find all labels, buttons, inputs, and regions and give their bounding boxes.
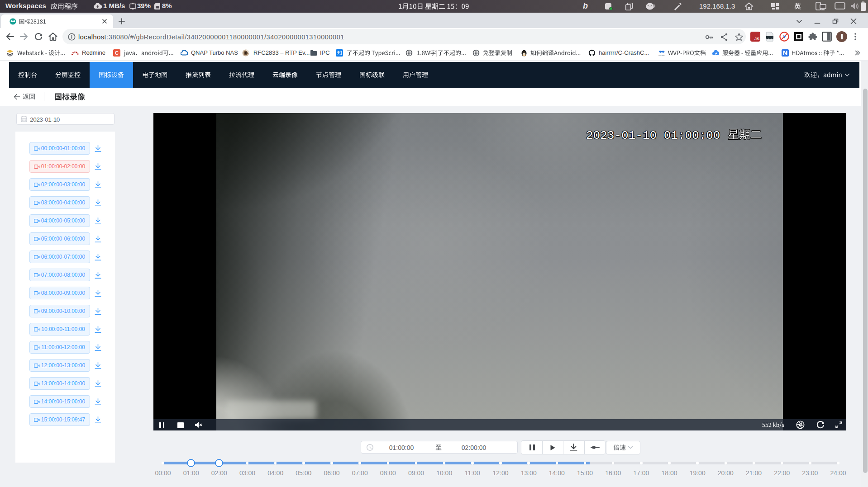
svg-text:WVP PRO: WVP PRO — [658, 55, 665, 57]
svg-text:C: C — [115, 50, 119, 56]
